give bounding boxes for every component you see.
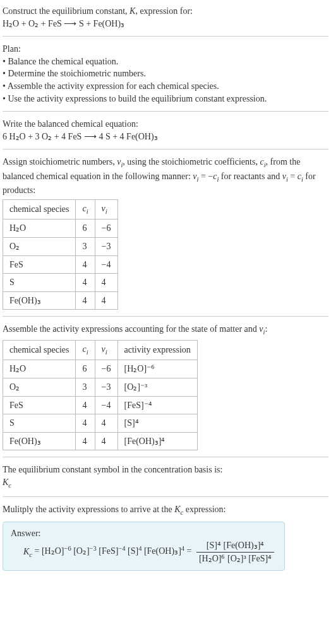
cell-v: −4 <box>95 396 117 414</box>
cell-species: O₂ <box>3 237 76 255</box>
plan-bullet-1: • Balance the chemical equation. <box>3 56 328 68</box>
col-vi: νi <box>95 340 117 360</box>
col-species: chemical species <box>3 199 76 219</box>
cell-c: 6 <box>76 220 95 238</box>
symbol-section: The equilibrium constant symbol in the c… <box>3 464 328 490</box>
col-vi: νi <box>95 199 117 219</box>
table-row: S 4 4 [S]⁴ <box>3 414 198 433</box>
cell-c: 4 <box>76 396 95 414</box>
divider <box>3 111 328 112</box>
assign-text: Assign stoichiometric numbers, νi, using… <box>3 156 328 197</box>
cell-c: 3 <box>76 378 95 396</box>
cell-c: 4 <box>76 255 95 274</box>
cell-v: −3 <box>95 378 117 396</box>
cell-species: S <box>3 414 76 433</box>
plan-section: Plan: • Balance the chemical equation. •… <box>3 43 328 105</box>
balanced-title: Write the balanced chemical equation: <box>3 118 328 131</box>
cell-c: 4 <box>76 414 95 433</box>
cell-species: H₂O <box>3 360 76 378</box>
cell-v: −6 <box>95 360 117 378</box>
plan-bullet-3: • Assemble the activity expression for e… <box>3 80 328 93</box>
answer-denominator: [H₂O]⁶ [O₂]³ [FeS]⁴ <box>196 553 274 565</box>
multiply-text: Mulitply the activity expressions to arr… <box>3 503 328 517</box>
table-row: Fe(OH)₃ 4 4 <box>3 291 118 310</box>
table-header-row: chemical species ci νi <box>3 199 118 219</box>
problem-line1: Construct the equilibrium constant, K, e… <box>3 5 328 18</box>
symbol-line1: The equilibrium constant symbol in the c… <box>3 464 328 476</box>
cell-activity: [O₂]⁻³ <box>117 378 197 396</box>
cell-species: S <box>3 274 76 292</box>
cell-c: 4 <box>76 291 95 310</box>
cell-activity: [H₂O]⁻⁶ <box>117 360 197 378</box>
col-ci: ci <box>76 340 95 360</box>
answer-box: Answer: Kc = [H₂O]−6 [O₂]−3 [FeS]−4 [S]4… <box>3 522 285 571</box>
cell-v: 4 <box>95 274 117 292</box>
plan-bullet-2: • Determine the stoichiometric numbers. <box>3 67 328 80</box>
balanced-equation: 6 H₂O + 3 O₂ + 4 FeS ⟶ 4 S + 4 Fe(OH)₃ <box>3 131 328 143</box>
problem-equation: H₂O + O₂ + FeS ⟶ S + Fe(OH)₃ <box>3 18 328 30</box>
divider <box>3 36 328 37</box>
table-row: FeS 4 −4 [FeS]⁻⁴ <box>3 396 198 414</box>
divider <box>3 496 328 497</box>
stoich-table: chemical species ci νi H₂O 6 −6 O₂ 3 −3 … <box>3 199 118 310</box>
table-row: S 4 4 <box>3 274 118 292</box>
table-header-row: chemical species ci νi activity expressi… <box>3 340 198 360</box>
divider <box>3 149 328 149</box>
symbol-kc: Kc <box>3 476 328 490</box>
cell-c: 6 <box>76 360 95 378</box>
activity-table: chemical species ci νi activity expressi… <box>3 340 198 450</box>
col-ci: ci <box>76 199 95 219</box>
cell-v: −4 <box>95 255 117 274</box>
answer-expression: Kc = [H₂O]−6 [O₂]−3 [FeS]−4 [S]4 [Fe(OH)… <box>23 539 277 565</box>
cell-species: FeS <box>3 396 76 414</box>
cell-v: −6 <box>95 220 117 238</box>
divider <box>3 316 328 317</box>
answer-numerator: [S]⁴ [Fe(OH)₃]⁴ <box>196 539 274 553</box>
answer-label: Answer: <box>11 527 277 540</box>
table-row: O₂ 3 −3 [O₂]⁻³ <box>3 378 198 396</box>
cell-c: 3 <box>76 237 95 255</box>
problem-statement: Construct the equilibrium constant, K, e… <box>3 5 328 30</box>
col-activity: activity expression <box>117 340 197 360</box>
assign-section: Assign stoichiometric numbers, νi, using… <box>3 156 328 310</box>
plan-bullet-4: • Use the activity expressions to build … <box>3 93 328 105</box>
plan-title: Plan: <box>3 43 328 56</box>
cell-v: 4 <box>95 414 117 433</box>
cell-species: FeS <box>3 255 76 274</box>
cell-activity: [FeS]⁻⁴ <box>117 396 197 414</box>
table-row: H₂O 6 −6 <box>3 220 118 238</box>
cell-activity: [Fe(OH)₃]⁴ <box>117 432 197 450</box>
table-row: O₂ 3 −3 <box>3 237 118 255</box>
table-row: Fe(OH)₃ 4 4 [Fe(OH)₃]⁴ <box>3 432 198 450</box>
cell-species: Fe(OH)₃ <box>3 432 76 450</box>
cell-v: −3 <box>95 237 117 255</box>
cell-species: O₂ <box>3 378 76 396</box>
cell-species: H₂O <box>3 220 76 238</box>
multiply-section: Mulitply the activity expressions to arr… <box>3 503 328 570</box>
table-row: H₂O 6 −6 [H₂O]⁻⁶ <box>3 360 198 378</box>
col-species: chemical species <box>3 340 76 360</box>
divider <box>3 457 328 457</box>
assemble-text: Assemble the activity expressions accoun… <box>3 323 328 337</box>
cell-c: 4 <box>76 274 95 292</box>
cell-v: 4 <box>95 291 117 310</box>
assemble-section: Assemble the activity expressions accoun… <box>3 323 328 450</box>
cell-species: Fe(OH)₃ <box>3 291 76 310</box>
cell-activity: [S]⁴ <box>117 414 197 433</box>
cell-v: 4 <box>95 432 117 450</box>
cell-c: 4 <box>76 432 95 450</box>
table-row: FeS 4 −4 <box>3 255 118 274</box>
balanced-section: Write the balanced chemical equation: 6 … <box>3 118 328 143</box>
